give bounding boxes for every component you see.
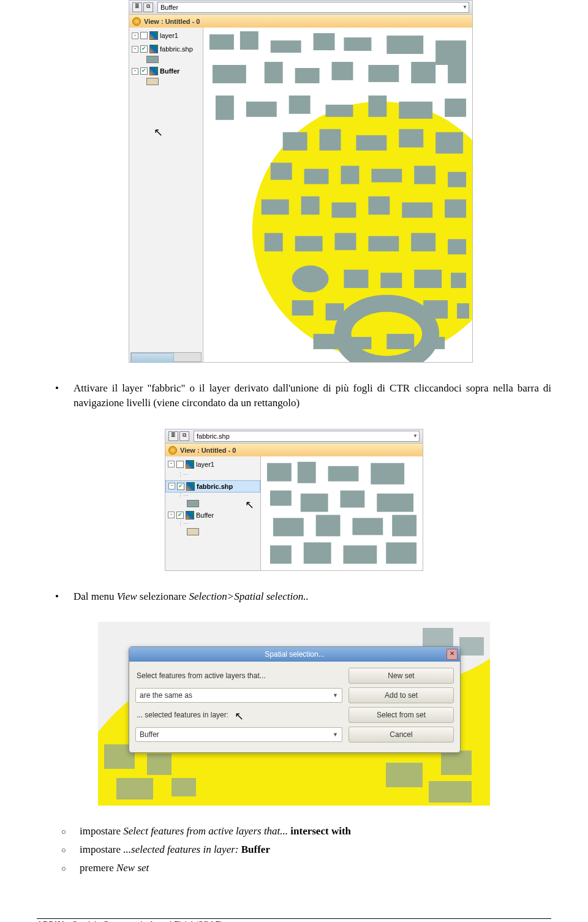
expander-icon[interactable]: - xyxy=(168,461,175,467)
svg-rect-40 xyxy=(295,236,323,251)
svg-rect-82 xyxy=(172,778,196,796)
svg-rect-29 xyxy=(341,166,359,184)
layer-checkbox[interactable]: ✔ xyxy=(176,512,184,519)
svg-rect-50 xyxy=(292,300,314,316)
svg-rect-12 xyxy=(368,65,399,82)
bullet-dot: • xyxy=(55,589,74,604)
layer-checkbox[interactable]: ✔ xyxy=(140,67,148,75)
svg-rect-46 xyxy=(344,270,368,288)
bullet-text: Attivare il layer "fabbric" o il layer d… xyxy=(74,381,551,410)
layer-combo[interactable]: Buffer xyxy=(157,2,469,13)
layer-checkbox[interactable] xyxy=(176,461,184,468)
layer-label: Buffer xyxy=(196,512,214,519)
layer-checkbox[interactable]: ✔ xyxy=(140,45,148,53)
layer-label: layer1 xyxy=(196,461,214,468)
layer-checkbox[interactable] xyxy=(140,32,148,39)
expander-icon[interactable]: - xyxy=(168,483,175,489)
layer-item-fabbric[interactable]: - ✔ fabbric.shp xyxy=(165,480,260,493)
text: impostare xyxy=(80,825,123,837)
map-canvas[interactable] xyxy=(261,456,423,570)
select-from-set-button[interactable]: Select from set xyxy=(349,707,454,723)
layer-item-fabbric[interactable]: - ✔ fabbric.shp xyxy=(129,43,203,55)
cursor-icon: ↖ xyxy=(245,498,254,509)
text-italic: Selection>Spatial selection.. xyxy=(189,591,309,602)
svg-rect-69 xyxy=(352,518,383,535)
svg-rect-31 xyxy=(414,166,435,184)
expander-icon[interactable]: - xyxy=(132,32,138,39)
screenshot-select-layer: ≣ ⧉ fabbric.shp View : Untitled - 0 - la… xyxy=(165,429,423,571)
layers-tree-panel[interactable]: - layer1 ⋮⋯ - ✔ fabbric.shp ⋮⋯ - ✔ xyxy=(165,456,261,570)
add-to-set-button[interactable]: Add to set xyxy=(349,687,454,703)
dialog-titlebar[interactable]: Spatial selection... ✕ xyxy=(129,647,460,662)
close-icon[interactable]: ✕ xyxy=(447,649,458,660)
tool-icon-b: ⧉ xyxy=(143,2,153,12)
svg-rect-23 xyxy=(320,129,341,151)
view-title-bar: View : Untitled - 0 xyxy=(165,444,423,458)
text: Dal menu xyxy=(74,591,117,602)
bullet-text: Dal menu View selezionare Selection>Spat… xyxy=(74,589,551,604)
svg-rect-19 xyxy=(368,96,386,117)
text: premere xyxy=(80,862,116,874)
svg-rect-83 xyxy=(386,763,423,787)
text-bold: intersect with xyxy=(288,825,351,837)
svg-rect-33 xyxy=(262,199,289,214)
layer-label: layer1 xyxy=(160,32,178,39)
svg-rect-30 xyxy=(371,169,402,183)
layer-type-icon xyxy=(186,460,194,469)
svg-rect-41 xyxy=(335,233,356,250)
svg-rect-36 xyxy=(368,196,390,214)
svg-rect-11 xyxy=(332,62,353,80)
fabbric-swatch xyxy=(146,56,159,63)
expander-icon[interactable]: - xyxy=(132,68,138,75)
layer-item-layer1[interactable]: - layer1 xyxy=(165,459,260,470)
expander-icon[interactable]: - xyxy=(132,46,138,53)
layer-item-buffer[interactable]: - ✔ Buffer xyxy=(165,510,260,521)
svg-rect-70 xyxy=(392,515,417,536)
svg-rect-77 xyxy=(116,778,153,799)
svg-rect-73 xyxy=(343,545,377,564)
layers-toolbar: ≣ ⧉ Buffer xyxy=(129,1,472,15)
map-svg xyxy=(203,28,472,362)
layer-type-icon xyxy=(149,31,158,40)
layer-type-icon xyxy=(149,67,158,75)
svg-rect-17 xyxy=(289,96,311,114)
page-footer: ARPAV – Servizio Osservatorio Agenti Fis… xyxy=(0,919,588,922)
map-canvas[interactable] xyxy=(203,28,472,362)
tree-scrollbar[interactable] xyxy=(130,352,202,362)
svg-rect-65 xyxy=(341,490,365,507)
view-title-bar: View : Untitled - 0 xyxy=(129,15,472,29)
svg-rect-66 xyxy=(377,493,413,512)
svg-rect-2 xyxy=(240,31,258,50)
layer-item-buffer[interactable]: - ✔ Buffer xyxy=(129,66,203,77)
svg-rect-10 xyxy=(295,68,320,83)
svg-rect-59 xyxy=(267,463,292,481)
expander-icon[interactable]: - xyxy=(168,512,175,518)
svg-rect-21 xyxy=(445,99,466,117)
text-bold: Buffer xyxy=(241,844,270,855)
relation-field[interactable]: are the same as xyxy=(135,688,342,703)
svg-rect-54 xyxy=(314,334,338,349)
svg-rect-32 xyxy=(448,172,466,187)
svg-rect-64 xyxy=(301,493,328,512)
bullet-item-2: • Dal menu View selezionare Selection>Sp… xyxy=(55,589,551,604)
tool-icon-b: ⧉ xyxy=(179,431,189,441)
svg-rect-63 xyxy=(270,490,292,505)
screenshot-spatial-selection-dialog: Spatial selection... ✕ Select features f… xyxy=(98,622,490,806)
cancel-button[interactable]: Cancel xyxy=(349,727,454,743)
layer-combo[interactable]: fabbric.shp xyxy=(194,431,420,442)
svg-rect-37 xyxy=(402,202,432,217)
svg-rect-5 xyxy=(344,37,371,51)
buffer-swatch xyxy=(187,528,199,535)
svg-rect-1 xyxy=(209,34,234,50)
bullet-item-1: • Attivare il layer "fabbric" o il layer… xyxy=(55,381,551,410)
new-set-button[interactable]: New set xyxy=(349,668,454,684)
layer-field[interactable]: Buffer xyxy=(135,727,342,742)
layer-checkbox[interactable]: ✔ xyxy=(177,483,184,490)
text: selezionare xyxy=(137,591,189,602)
svg-rect-6 xyxy=(386,36,423,54)
layer-type-icon xyxy=(186,482,195,491)
layers-tree-panel[interactable]: - layer1 - ✔ fabbric.shp - ✔ Buffer xyxy=(129,28,203,362)
svg-rect-67 xyxy=(273,518,304,536)
svg-rect-7 xyxy=(435,40,466,65)
layer-item-layer1[interactable]: - layer1 xyxy=(129,30,203,41)
